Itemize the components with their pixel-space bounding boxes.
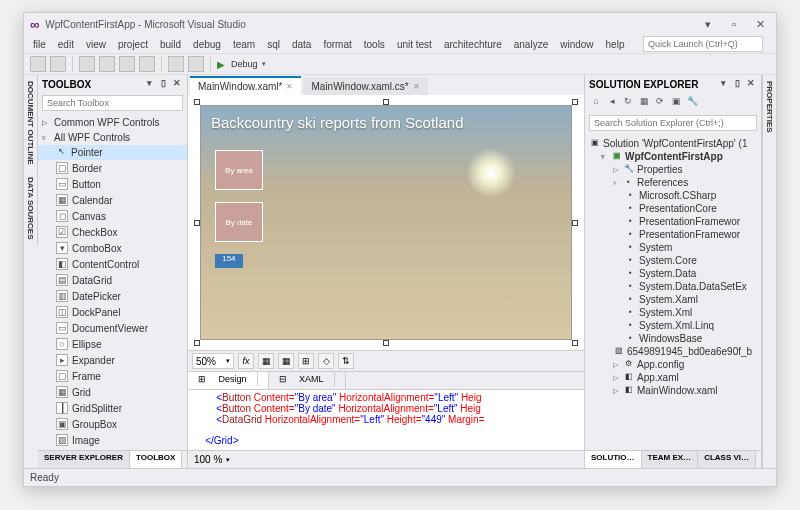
- home-icon[interactable]: ⌂: [589, 96, 603, 110]
- design-button-bydate[interactable]: By date: [215, 202, 263, 242]
- forward-icon[interactable]: [50, 56, 66, 72]
- toolbox-item[interactable]: ▭Button: [38, 176, 187, 192]
- start-debug-icon[interactable]: ▶: [217, 59, 225, 70]
- toolbox-item[interactable]: ▢Border: [38, 160, 187, 176]
- tree-ref-item[interactable]: ▪System.Data: [585, 267, 761, 280]
- toolbox-item[interactable]: ▾ComboBox: [38, 240, 187, 256]
- toolbox-item[interactable]: ▢Frame: [38, 368, 187, 384]
- menu-team[interactable]: team: [228, 37, 260, 52]
- toolbox-item[interactable]: ▨Image: [38, 432, 187, 448]
- toolbox-search-input[interactable]: [42, 95, 183, 111]
- close-tab-icon[interactable]: ✕: [413, 82, 420, 91]
- toolbox-item[interactable]: ▸Expander: [38, 352, 187, 368]
- close-panel-icon[interactable]: ✕: [171, 78, 183, 90]
- designer-surface[interactable]: Backcountry ski reports from Scotland By…: [188, 95, 584, 350]
- tab-design[interactable]: ⊞ Design: [188, 372, 269, 389]
- tab-xaml[interactable]: ⊟ XAML: [269, 372, 346, 389]
- save-icon[interactable]: [119, 56, 135, 72]
- back-icon[interactable]: ◂: [605, 96, 619, 110]
- sync-icon[interactable]: ↻: [621, 96, 635, 110]
- tree-file-item[interactable]: ▷◧App.xaml: [585, 371, 761, 384]
- toolbox-item[interactable]: ┃GridSplitter: [38, 400, 187, 416]
- toolbox-group-all[interactable]: ▿All WPF Controls: [38, 130, 187, 145]
- tree-ref-item[interactable]: ▪PresentationFramewor: [585, 228, 761, 241]
- collapse-icon[interactable]: ▣: [669, 96, 683, 110]
- tree-ref-item[interactable]: ▪Microsoft.CSharp: [585, 189, 761, 202]
- tree-ref-item[interactable]: ▪System.Data.DataSetEx: [585, 280, 761, 293]
- dropdown-icon[interactable]: ▾: [143, 78, 155, 90]
- dropdown-icon[interactable]: ▾: [717, 78, 729, 90]
- redo-icon[interactable]: [188, 56, 204, 72]
- tree-project[interactable]: ▿▣WpfContentFirstApp: [585, 150, 761, 163]
- toolbox-item[interactable]: ▭DocumentViewer: [38, 320, 187, 336]
- tree-file-item[interactable]: ▷◧MainWindow.xaml: [585, 384, 761, 397]
- menu-format[interactable]: format: [318, 37, 356, 52]
- tree-ref-item[interactable]: ▪System.Xml: [585, 306, 761, 319]
- menu-analyze[interactable]: analyze: [509, 37, 553, 52]
- tree-solution-root[interactable]: ▣Solution 'WpfContentFirstApp' (1: [585, 137, 761, 150]
- snap-icon[interactable]: ⊞: [298, 353, 314, 369]
- close-icon[interactable]: ✕: [750, 18, 770, 31]
- toolbox-item[interactable]: ▦Grid: [38, 384, 187, 400]
- menu-tools[interactable]: tools: [359, 37, 390, 52]
- grid-snap2-icon[interactable]: ▦: [278, 353, 294, 369]
- menu-window[interactable]: window: [555, 37, 598, 52]
- restore-icon[interactable]: ▫: [724, 18, 744, 30]
- menu-file[interactable]: file: [28, 37, 51, 52]
- design-heading[interactable]: Backcountry ski reports from Scotland: [201, 106, 571, 139]
- menu-view[interactable]: view: [81, 37, 111, 52]
- toolbox-item[interactable]: ☑CheckBox: [38, 224, 187, 240]
- menu-project[interactable]: project: [113, 37, 153, 52]
- menu-data[interactable]: data: [287, 37, 316, 52]
- fx-icon[interactable]: fx: [238, 353, 254, 369]
- tree-ref-item[interactable]: ▪System: [585, 241, 761, 254]
- tree-file-item[interactable]: ▷⚙App.config: [585, 358, 761, 371]
- doc-tab-mainwindow-xaml[interactable]: MainWindow.xaml*✕: [190, 76, 301, 95]
- tree-ref-item[interactable]: ▪PresentationFramewor: [585, 215, 761, 228]
- toolbox-item[interactable]: ◫DockPanel: [38, 304, 187, 320]
- menu-sql[interactable]: sql: [262, 37, 285, 52]
- tree-properties[interactable]: ▷🔧Properties: [585, 163, 761, 176]
- open-icon[interactable]: [99, 56, 115, 72]
- tree-ref-item[interactable]: ▪PresentationCore: [585, 202, 761, 215]
- tree-file-item[interactable]: ▨6549891945_bd0ea6e90f_b: [585, 345, 761, 358]
- menu-architecture[interactable]: architechture: [439, 37, 507, 52]
- properties-icon[interactable]: 🔧: [685, 96, 699, 110]
- menu-unittest[interactable]: unit test: [392, 37, 437, 52]
- refresh-icon[interactable]: ⟳: [653, 96, 667, 110]
- swap-icon[interactable]: ⇅: [338, 353, 354, 369]
- back-icon[interactable]: [30, 56, 46, 72]
- new-icon[interactable]: [79, 56, 95, 72]
- toolbox-group-common[interactable]: ▷Common WPF Controls: [38, 115, 187, 130]
- toolbox-item[interactable]: ◧ContentControl: [38, 256, 187, 272]
- tag-icon[interactable]: ◇: [318, 353, 334, 369]
- zoom-dropdown[interactable]: 50%▾: [192, 353, 234, 369]
- tree-references[interactable]: ▿▪References: [585, 176, 761, 189]
- close-tab-icon[interactable]: ✕: [286, 82, 293, 91]
- toolbox-item[interactable]: ▣GroupBox: [38, 416, 187, 432]
- close-panel-icon[interactable]: ✕: [745, 78, 757, 90]
- sidetab-data-sources[interactable]: DATA SOURCES: [24, 171, 38, 246]
- sidetab-properties[interactable]: PROPERTIES: [762, 75, 776, 468]
- pin-icon[interactable]: ▯: [731, 78, 743, 90]
- toolbox-item[interactable]: ○Ellipse: [38, 336, 187, 352]
- toolbox-item[interactable]: ▦Calendar: [38, 192, 187, 208]
- pin-icon[interactable]: ▯: [157, 78, 169, 90]
- grid-snap-icon[interactable]: ▦: [258, 353, 274, 369]
- debug-config-dropdown[interactable]: Debug: [231, 59, 258, 69]
- tree-ref-item[interactable]: ▪System.Core: [585, 254, 761, 267]
- design-datagrid[interactable]: 154: [215, 254, 243, 268]
- toolbox-item[interactable]: ▤DataGrid: [38, 272, 187, 288]
- menu-build[interactable]: build: [155, 37, 186, 52]
- toolbox-item[interactable]: ↖Pointer: [38, 145, 187, 160]
- minimize-icon[interactable]: ▾: [698, 18, 718, 31]
- showall-icon[interactable]: ▦: [637, 96, 651, 110]
- sidetab-document-outline[interactable]: DOCUMENT OUTLINE: [24, 75, 38, 171]
- menu-debug[interactable]: debug: [188, 37, 226, 52]
- saveall-icon[interactable]: [139, 56, 155, 72]
- chevron-down-icon[interactable]: ▾: [226, 456, 230, 464]
- tab-team-explorer[interactable]: TEAM EX…: [642, 451, 699, 468]
- tab-toolbox[interactable]: TOOLBOX: [130, 451, 182, 468]
- design-button-byarea[interactable]: By area: [215, 150, 263, 190]
- solution-search-input[interactable]: [589, 115, 757, 131]
